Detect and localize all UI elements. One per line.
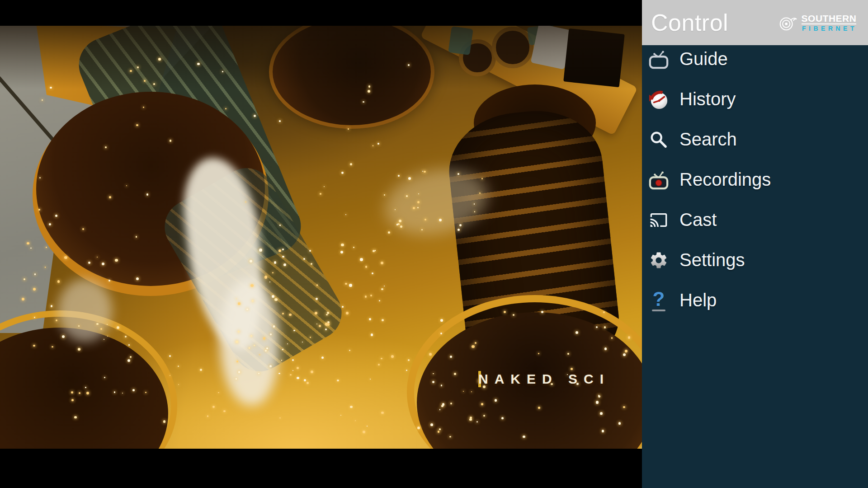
spark [345, 214, 346, 215]
brand-line2: FIBERNET [801, 25, 857, 32]
spark [471, 391, 472, 392]
spark [349, 284, 352, 286]
spark [495, 399, 497, 401]
spark [454, 373, 456, 375]
spark [417, 207, 419, 208]
spark [56, 319, 57, 321]
spark [327, 312, 329, 314]
spark [126, 185, 127, 186]
spark [623, 406, 625, 408]
spark [24, 278, 25, 280]
sidebar-item-search[interactable]: Search [642, 119, 868, 160]
page-title: Control [651, 9, 778, 36]
spark [469, 418, 472, 421]
sidebar-item-history[interactable]: History [642, 79, 868, 119]
spark [348, 128, 349, 129]
spark [225, 108, 226, 109]
spark [279, 120, 281, 122]
spark [417, 201, 420, 203]
spark [272, 272, 274, 273]
spark [250, 284, 253, 287]
spark [109, 196, 111, 198]
spark [22, 298, 24, 300]
spark [274, 298, 277, 301]
spark [417, 427, 420, 429]
spark [128, 344, 129, 345]
spark [408, 359, 410, 361]
sidebar-item-cast[interactable]: Cast [642, 200, 868, 240]
spark [265, 350, 267, 352]
spark [340, 415, 342, 416]
spark [158, 58, 161, 61]
spark [598, 395, 599, 396]
spark [406, 370, 407, 371]
spark [287, 343, 288, 345]
fiber-spiral-icon [778, 13, 798, 33]
spark [470, 417, 472, 419]
spark [236, 378, 237, 380]
spark [349, 350, 350, 351]
spark [604, 347, 607, 350]
spark [250, 260, 252, 263]
spark [74, 416, 76, 418]
spark [365, 266, 368, 268]
spark [381, 288, 383, 291]
spark [71, 399, 74, 401]
spark [78, 325, 80, 327]
spark [441, 405, 443, 407]
spark [596, 401, 599, 404]
spark [278, 373, 280, 374]
spark [377, 143, 379, 145]
spark [107, 324, 108, 325]
spark [132, 389, 135, 391]
spark [245, 202, 246, 202]
spark [269, 282, 270, 282]
spark [281, 360, 282, 361]
sidebar-item-recordings[interactable]: Recordings [642, 160, 868, 200]
spark [458, 229, 460, 231]
spark [449, 436, 451, 437]
brand-line1: SOUTHERN [802, 14, 857, 24]
spark [146, 193, 148, 195]
spark [388, 231, 390, 234]
spark [576, 331, 578, 334]
spark [345, 283, 347, 285]
spark [325, 328, 327, 330]
spark [297, 377, 299, 380]
spark [372, 272, 373, 274]
spark [371, 333, 373, 336]
spark [438, 431, 439, 432]
spark [51, 305, 53, 307]
video-player[interactable]: NAKED SCI [0, 26, 642, 449]
spark [355, 420, 356, 421]
spark [360, 258, 363, 261]
question-mark-icon: ? [648, 290, 669, 311]
spark [596, 326, 598, 328]
spark [381, 358, 382, 360]
spark [259, 249, 262, 251]
spark [602, 430, 604, 432]
spark [153, 83, 155, 85]
sidebar-item-settings[interactable]: Settings [642, 240, 868, 280]
spark [108, 280, 110, 282]
sidebar-item-help[interactable]: ? Help [642, 280, 868, 320]
spark [105, 146, 107, 148]
spark [309, 250, 311, 252]
spark [169, 355, 171, 357]
tv-icon [648, 49, 669, 70]
spark [363, 101, 364, 103]
spark [353, 247, 354, 248]
spark [49, 223, 51, 225]
spark [115, 259, 118, 262]
spark [538, 407, 540, 409]
spark [413, 207, 415, 209]
spark [252, 300, 254, 302]
spark [395, 209, 396, 210]
spark [279, 225, 281, 226]
spark [381, 262, 383, 264]
spark [130, 356, 132, 358]
spark [82, 228, 84, 230]
spark [475, 342, 476, 344]
spark [278, 249, 281, 252]
spark [254, 345, 255, 347]
